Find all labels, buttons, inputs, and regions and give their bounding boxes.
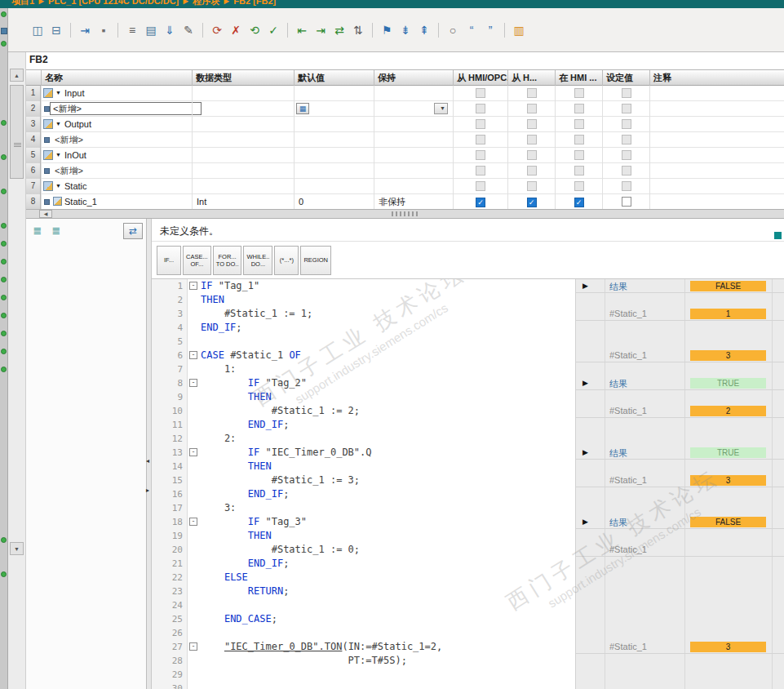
next-bookmark-icon[interactable]: ⇟ bbox=[397, 22, 414, 38]
add-new-label[interactable]: <新增> bbox=[55, 163, 83, 178]
checkbox-hmi_w[interactable]: ✓ bbox=[527, 198, 537, 207]
bookmark-icon[interactable]: ⚑ bbox=[379, 22, 395, 38]
collapse-triangle-icon[interactable]: ▼ bbox=[55, 148, 61, 162]
construct-case-of-button[interactable]: CASE...OF... bbox=[183, 246, 211, 275]
column-header-hmi_opc[interactable]: 从 HMI/OPC.. bbox=[453, 70, 507, 86]
edit-icon[interactable]: ✎ bbox=[180, 22, 197, 38]
resync-icon[interactable]: ⇅ bbox=[350, 22, 366, 38]
collapse-triangle-icon[interactable]: ▼ bbox=[55, 86, 61, 100]
prev-bookmark-icon[interactable]: ⇞ bbox=[416, 22, 432, 38]
column-header-retain[interactable]: 保持 bbox=[374, 70, 453, 86]
column-header-hmi_v[interactable]: 在 HMI ... bbox=[555, 70, 602, 86]
watch-panel: ▶结果FALSE#Static_11#Static_13▶结果TRUE#Stat… bbox=[575, 279, 784, 689]
open-call-icon[interactable]: ⇥ bbox=[312, 22, 329, 38]
table-vertical-scrollbar[interactable]: ▲ ▼ bbox=[8, 52, 26, 689]
column-header-name[interactable]: 名称 bbox=[41, 70, 192, 86]
add-row-icon[interactable]: ⇥ bbox=[77, 22, 93, 38]
cell-type bbox=[192, 179, 294, 194]
watch-row[interactable]: #Static_11 bbox=[576, 307, 784, 321]
watch-row[interactable]: ▶结果TRUE bbox=[576, 376, 784, 390]
fold-toggle-icon[interactable]: - bbox=[189, 379, 197, 387]
scroll-indicator[interactable] bbox=[774, 232, 782, 239]
quote-open-icon[interactable]: “ bbox=[463, 22, 480, 38]
collapse-triangle-icon[interactable]: ▼ bbox=[55, 117, 61, 131]
checkbox-setpoint[interactable] bbox=[622, 197, 631, 207]
watch-row[interactable]: #Static_13 bbox=[576, 473, 784, 487]
breadcrumb: 项目1 ► PLC_1 [CPU 1214C DC/DC/DC] ► 程序块 ►… bbox=[11, 0, 276, 7]
fold-toggle-icon[interactable]: - bbox=[189, 282, 197, 290]
retain-dropdown[interactable]: ▼ bbox=[434, 103, 448, 114]
quote-close-icon[interactable]: ” bbox=[482, 22, 498, 38]
cell-hmi_w bbox=[507, 86, 555, 101]
watch-row[interactable]: #Static_13 bbox=[576, 640, 784, 654]
table-row[interactable]: 7▼Static bbox=[26, 179, 784, 194]
construct-comment-button[interactable]: (*...*) bbox=[274, 246, 299, 275]
fold-toggle-icon[interactable]: - bbox=[189, 518, 197, 526]
construct-region-button[interactable]: REGION bbox=[300, 246, 331, 275]
column-header-type[interactable]: 数据类型 bbox=[192, 70, 294, 86]
scroll-up-icon[interactable]: ▲ bbox=[10, 69, 24, 82]
close-call-icon[interactable]: ⇤ bbox=[294, 22, 310, 38]
accept-icon[interactable]: ✓ bbox=[265, 22, 281, 38]
compare-list-icon[interactable]: ≣ bbox=[48, 224, 64, 238]
construct-if-button[interactable]: IF... bbox=[157, 246, 181, 275]
panel-toggle-icon[interactable] bbox=[1, 28, 7, 34]
update-call-icon[interactable]: ⇄ bbox=[331, 22, 348, 38]
sync-scroll-button[interactable]: ⇄ bbox=[123, 223, 143, 239]
watch-row[interactable]: #Static_1 bbox=[576, 543, 784, 557]
keep-values-icon[interactable]: ▪ bbox=[95, 22, 112, 38]
watch-row[interactable]: #Static_12 bbox=[576, 404, 784, 418]
fold-toggle-icon[interactable]: - bbox=[189, 351, 197, 359]
network-list-icon[interactable]: ≣ bbox=[29, 224, 46, 238]
horizontal-splitter[interactable]: ◀ bbox=[26, 209, 784, 219]
table-row[interactable]: 4<新增> bbox=[26, 132, 784, 148]
watch-row[interactable]: #Static_13 bbox=[576, 349, 784, 362]
column-header-setpoint[interactable]: 设定值 bbox=[602, 70, 649, 86]
checkbox-hmi_opc[interactable]: ✓ bbox=[476, 198, 485, 207]
detach-editor-icon[interactable]: ⊟ bbox=[48, 22, 64, 38]
collapse-triangle-icon[interactable]: ▼ bbox=[55, 179, 61, 193]
split-editor-icon[interactable]: ◫ bbox=[29, 22, 46, 38]
insert-network-icon[interactable]: ▤ bbox=[143, 22, 159, 38]
scrollbar-thumb[interactable] bbox=[10, 85, 24, 179]
name-input[interactable]: <新增> bbox=[50, 102, 202, 115]
snapshot-icon[interactable]: ▥ bbox=[511, 22, 527, 38]
construct-while-do-button[interactable]: WHILE..DO... bbox=[243, 246, 272, 275]
download-icon[interactable]: ⇓ bbox=[162, 22, 178, 38]
line-number: 2 bbox=[152, 293, 183, 307]
code-text: IF "Tag_3" bbox=[201, 515, 307, 529]
collapse-left-icon[interactable]: ◂ bbox=[146, 457, 149, 465]
type-picker-button[interactable]: ▦ bbox=[296, 103, 309, 114]
monitor-icon[interactable]: ⟲ bbox=[246, 22, 263, 38]
watch-arrow-icon: ▶ bbox=[582, 448, 588, 456]
watch-row[interactable]: ▶结果FALSE bbox=[576, 515, 784, 529]
cell-hmi_opc bbox=[453, 163, 507, 179]
watch-row[interactable]: ▶结果TRUE bbox=[576, 446, 784, 460]
search-icon[interactable]: ○ bbox=[445, 22, 461, 38]
table-row[interactable]: 8Static_1Int0非保持✓✓✓ bbox=[26, 194, 784, 210]
table-row[interactable]: 3▼Output bbox=[26, 117, 784, 132]
cell-retain bbox=[374, 117, 453, 132]
scroll-down-icon[interactable]: ▼ bbox=[10, 542, 24, 555]
watch-row[interactable]: ▶结果FALSE bbox=[576, 279, 784, 293]
format-icon[interactable]: ≡ bbox=[124, 22, 140, 38]
interface-section-icon bbox=[43, 88, 53, 98]
column-header-comment[interactable]: 注释 bbox=[649, 70, 784, 86]
splitter-grip[interactable] bbox=[392, 211, 419, 216]
table-row[interactable]: 6<新增> bbox=[26, 163, 784, 179]
table-row[interactable]: 2<新增>▦▼ bbox=[26, 101, 784, 117]
column-header-default[interactable]: 默认值 bbox=[294, 70, 374, 86]
go-online-icon[interactable]: ⟳ bbox=[209, 22, 225, 38]
table-row[interactable]: 5▼InOut bbox=[26, 148, 784, 163]
scroll-left-icon[interactable]: ◀ bbox=[39, 210, 52, 218]
code-area[interactable]: 1-IF "Tag_1"2THEN3 #Static_1 := 1;4END_I… bbox=[152, 279, 784, 689]
fold-toggle-icon[interactable]: - bbox=[189, 642, 197, 651]
table-row[interactable]: 1▼Input bbox=[26, 86, 784, 101]
fold-toggle-icon[interactable]: - bbox=[189, 448, 197, 456]
checkbox-hmi_v[interactable]: ✓ bbox=[574, 198, 584, 207]
cancel-icon[interactable]: ✗ bbox=[228, 22, 244, 38]
add-new-label[interactable]: <新增> bbox=[55, 132, 83, 147]
expand-right-icon[interactable]: ▸ bbox=[146, 487, 149, 494]
column-header-hmi_w[interactable]: 从 H... bbox=[507, 70, 555, 86]
construct-for-to-do-button[interactable]: FOR...TO DO.. bbox=[213, 246, 242, 275]
